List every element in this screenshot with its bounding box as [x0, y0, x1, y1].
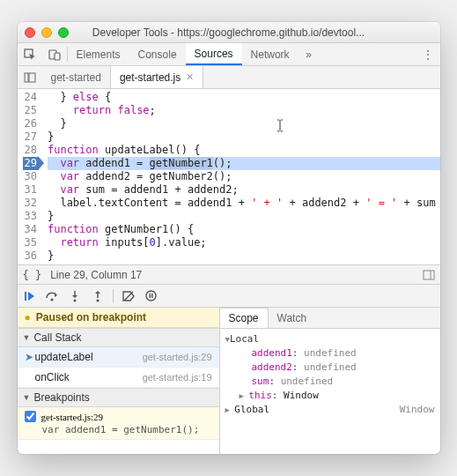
- frame-function: updateLabel: [35, 351, 143, 363]
- sidebar-toggle-icon[interactable]: [423, 270, 435, 280]
- breakpoint-checkbox[interactable]: [25, 411, 36, 422]
- scope-global-value: Window: [400, 403, 435, 417]
- scope-local-label: Local: [230, 333, 259, 345]
- tab-sources[interactable]: Sources: [186, 43, 242, 65]
- section-title: Call Stack: [33, 331, 81, 344]
- window-title: Developer Tools - https://googlechrome.g…: [18, 26, 440, 39]
- close-icon[interactable]: ✕: [186, 71, 194, 83]
- scope-global-label: Global: [234, 404, 269, 415]
- frame-function: onClick: [35, 371, 143, 383]
- svg-point-14: [146, 291, 156, 301]
- step-out-icon[interactable]: [90, 288, 106, 304]
- scope-var-value: undefined: [304, 347, 357, 359]
- svg-rect-4: [29, 73, 35, 82]
- tab-scope[interactable]: Scope: [220, 308, 269, 328]
- devtools-window: Developer Tools - https://googlechrome.g…: [18, 22, 440, 454]
- left-debugger-pane: ● Paused on breakpoint ▼ Call Stack ➤ up…: [18, 308, 220, 454]
- disclosure-triangle-icon: ▼: [23, 393, 31, 402]
- pretty-print-icon[interactable]: { }: [23, 269, 42, 281]
- paused-banner: ● Paused on breakpoint: [18, 308, 219, 328]
- svg-rect-5: [424, 271, 434, 279]
- inspect-element-icon[interactable]: [18, 43, 42, 65]
- file-tab-label: get-started: [51, 71, 101, 84]
- scope-watch-tabs: Scope Watch: [220, 308, 440, 329]
- debugger-panels: ● Paused on breakpoint ▼ Call Stack ➤ up…: [18, 308, 440, 454]
- breakpoint-code: var addend1 = getNumber1();: [25, 424, 212, 435]
- svg-rect-3: [25, 73, 28, 82]
- breakpoints-header[interactable]: ▼ Breakpoints: [18, 388, 219, 407]
- svg-point-10: [73, 299, 76, 301]
- editor-status-bar: { } Line 29, Column 17: [18, 265, 440, 285]
- svg-rect-7: [25, 292, 26, 301]
- callstack-header[interactable]: ▼ Call Stack: [18, 328, 219, 347]
- pause-on-exceptions-icon[interactable]: [144, 288, 159, 304]
- scope-var-value: undefined: [304, 361, 357, 373]
- code-editor[interactable]: 24252627282930313233343536 } else { retu…: [18, 89, 440, 265]
- resume-icon[interactable]: [21, 288, 37, 304]
- svg-point-12: [96, 299, 99, 301]
- zoom-window-button[interactable]: [58, 27, 69, 38]
- scope-this-label: this: [248, 390, 272, 401]
- callstack-frame[interactable]: onClick get-started.js:19: [18, 368, 219, 388]
- breakpoint-label: get-started.js:29: [41, 412, 104, 422]
- tab-elements[interactable]: Elements: [68, 43, 129, 65]
- device-toolbar-icon[interactable]: [42, 43, 67, 65]
- disclosure-triangle-icon: ▼: [23, 333, 31, 342]
- step-over-icon[interactable]: [44, 288, 60, 304]
- debugger-toolbar: [18, 285, 440, 308]
- main-toolbar: Elements Console Sources Network » ⋮: [18, 43, 440, 66]
- callstack-frame[interactable]: ➤ updateLabel get-started.js:29: [18, 347, 219, 368]
- svg-rect-16: [151, 294, 153, 298]
- info-icon: ●: [25, 311, 31, 324]
- navigator-toggle-icon[interactable]: [18, 66, 42, 88]
- line-gutter: 24252627282930313233343536: [18, 89, 42, 264]
- frame-location: get-started.js:19: [143, 372, 212, 383]
- file-tab-get-started[interactable]: get-started: [42, 66, 111, 88]
- svg-point-8: [50, 298, 53, 301]
- current-frame-icon: ➤: [25, 351, 35, 363]
- svg-rect-15: [150, 294, 151, 298]
- window-controls: [25, 27, 69, 38]
- section-title: Breakpoints: [33, 391, 89, 404]
- scope-tree[interactable]: ▼Local addend1: undefined addend2: undef…: [220, 329, 440, 420]
- breakpoint-item[interactable]: get-started.js:29 var addend1 = getNumbe…: [18, 407, 219, 440]
- file-tab-label: get-started.js: [120, 71, 181, 84]
- scope-var-name: addend1: [252, 347, 292, 359]
- more-tabs-icon[interactable]: »: [299, 43, 320, 65]
- tab-watch[interactable]: Watch: [269, 308, 316, 328]
- cursor-location: Line 29, Column 17: [50, 269, 142, 281]
- scope-var-name: addend2: [252, 361, 292, 373]
- scope-this-value: Window: [284, 390, 319, 401]
- file-tab-bar: get-started get-started.js ✕: [18, 66, 440, 89]
- right-debugger-pane: Scope Watch ▼Local addend1: undefined ad…: [220, 308, 440, 454]
- kebab-menu-icon[interactable]: ⋮: [416, 43, 440, 65]
- code-area[interactable]: } else { return false; }}function update…: [42, 89, 440, 264]
- frame-location: get-started.js:29: [143, 352, 212, 362]
- file-tab-get-started-js[interactable]: get-started.js ✕: [111, 65, 203, 88]
- svg-rect-2: [55, 53, 60, 60]
- tab-console[interactable]: Console: [129, 43, 186, 65]
- deactivate-breakpoints-icon[interactable]: [121, 288, 136, 304]
- scope-var-value: undefined: [281, 376, 334, 387]
- step-into-icon[interactable]: [67, 288, 83, 304]
- minimize-window-button[interactable]: [41, 27, 52, 38]
- close-window-button[interactable]: [25, 27, 35, 38]
- tab-network[interactable]: Network: [242, 43, 299, 65]
- scope-var-name: sum: [252, 376, 269, 387]
- titlebar: Developer Tools - https://googlechrome.g…: [18, 22, 440, 43]
- paused-label: Paused on breakpoint: [36, 311, 146, 324]
